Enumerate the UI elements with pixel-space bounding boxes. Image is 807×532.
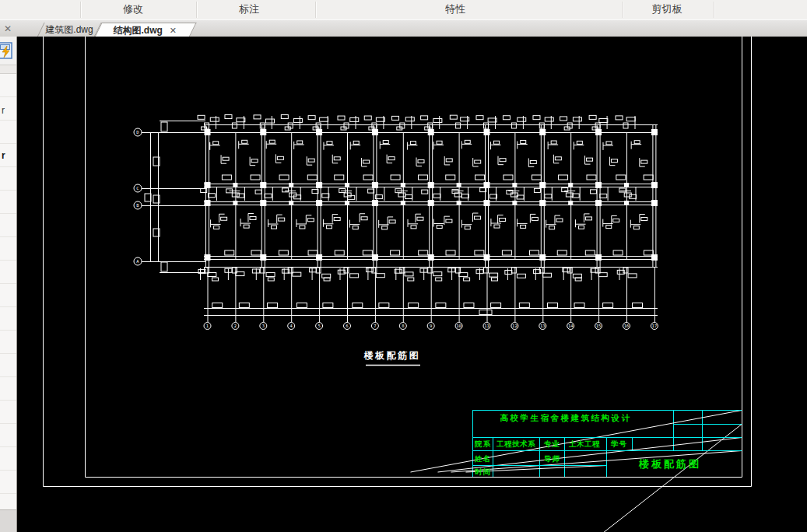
palette-row[interactable] — [0, 214, 16, 237]
document-tab-label: 建筑图.dwg — [45, 23, 93, 37]
svg-text:楼板配筋图: 楼板配筋图 — [363, 350, 421, 361]
palette-row[interactable] — [0, 191, 16, 214]
ribbon-panel-label[interactable]: 特性 — [445, 0, 465, 19]
svg-text:学号: 学号 — [611, 439, 627, 448]
palette-row[interactable] — [0, 471, 16, 494]
ribbon-panel-label[interactable]: 修改 — [123, 0, 143, 19]
left-palette[interactable]: rr — [0, 37, 17, 532]
title-block: 高校学生宿舍楼建筑结构设计院系工程技术系专业土木工程学号姓名导师时间楼板配筋图 — [411, 410, 742, 532]
palette-row[interactable] — [0, 424, 16, 447]
palette-row-text: r — [2, 105, 5, 116]
svg-text:1: 1 — [206, 324, 209, 328]
close-all-icon[interactable]: ✕ — [2, 23, 13, 35]
palette-row[interactable] — [0, 307, 16, 331]
document-tab[interactable]: 结构图.dwg✕ — [94, 23, 196, 37]
svg-text:5: 5 — [318, 324, 320, 328]
svg-text:6: 6 — [346, 324, 348, 328]
palette-row[interactable] — [0, 331, 16, 354]
ribbon-separator — [623, 2, 624, 18]
tab-close-icon[interactable]: ✕ — [169, 26, 177, 36]
svg-text:C: C — [136, 186, 139, 191]
svg-text:12: 12 — [512, 324, 518, 328]
svg-text:4: 4 — [290, 324, 293, 328]
svg-text:土木工程: 土木工程 — [568, 439, 600, 448]
svg-text:10: 10 — [456, 324, 461, 328]
ribbon-panel-label[interactable]: 剪切板 — [652, 0, 682, 19]
svg-text:14: 14 — [568, 324, 574, 328]
svg-text:高校学生宿舍楼建筑结构设计: 高校学生宿舍楼建筑结构设计 — [500, 413, 632, 422]
svg-text:B: B — [136, 203, 139, 208]
palette-row[interactable] — [0, 447, 16, 471]
palette-row[interactable] — [0, 121, 16, 144]
svg-text:7: 7 — [374, 324, 376, 328]
palette-row-text: r — [2, 150, 5, 161]
palette-toolbar — [0, 37, 16, 65]
palette-row[interactable] — [0, 377, 16, 401]
svg-text:3: 3 — [262, 324, 265, 328]
palette-row[interactable] — [0, 354, 16, 377]
palette-row[interactable] — [0, 261, 16, 284]
ribbon-separator — [714, 2, 715, 18]
structural-plan-svg: 高校学生宿舍楼建筑结构设计院系工程技术系专业土木工程学号姓名导师时间楼板配筋图D… — [17, 37, 807, 532]
svg-text:15: 15 — [596, 324, 602, 328]
svg-text:11: 11 — [484, 324, 489, 328]
drawing-canvas[interactable]: 高校学生宿舍楼建筑结构设计院系工程技术系专业土木工程学号姓名导师时间楼板配筋图D… — [17, 37, 807, 532]
palette-footer — [0, 509, 16, 532]
ribbon-separator — [196, 2, 198, 18]
ribbon-panel-label[interactable]: 标注 — [239, 0, 259, 19]
palette-row[interactable] — [0, 401, 16, 424]
svg-text:2: 2 — [234, 324, 237, 328]
palette-header — [0, 65, 16, 74]
ribbon-separator — [315, 2, 317, 18]
svg-text:9: 9 — [430, 324, 432, 328]
svg-text:时间: 时间 — [475, 467, 491, 476]
svg-text:院系: 院系 — [475, 439, 491, 448]
floor-plan — [198, 115, 658, 322]
svg-text:导师: 导师 — [544, 454, 560, 463]
left-dimensions: DCBA — [134, 121, 205, 273]
document-tab[interactable]: 建筑图.dwg — [37, 23, 101, 37]
palette-row[interactable] — [0, 167, 16, 191]
ribbon-separator — [80, 2, 82, 18]
svg-text:楼板配筋图: 楼板配筋图 — [638, 458, 701, 470]
svg-text:D: D — [136, 130, 139, 135]
svg-text:姓名: 姓名 — [474, 454, 491, 463]
drawing-caption: 楼板配筋图 — [363, 350, 421, 366]
svg-text:16: 16 — [624, 324, 630, 328]
svg-text:A: A — [136, 259, 139, 264]
palette-row[interactable] — [0, 237, 16, 261]
document-tabbar: ✕ 建筑图.dwg结构图.dwg✕ — [0, 19, 807, 37]
application-window: 修改标注特性剪切板 ✕ 建筑图.dwg结构图.dwg✕ rr 高校学生宿舍楼建筑… — [0, 0, 807, 532]
svg-text:8: 8 — [402, 324, 404, 328]
palette-row[interactable] — [0, 284, 16, 307]
document-tab-label: 结构图.dwg — [113, 24, 162, 37]
lightning-tool-icon[interactable] — [0, 41, 13, 60]
svg-text:17: 17 — [652, 324, 658, 328]
palette-row[interactable] — [0, 74, 16, 97]
svg-text:专业: 专业 — [543, 439, 560, 448]
svg-text:工程技术系: 工程技术系 — [496, 439, 535, 448]
ribbon-strip: 修改标注特性剪切板 — [0, 0, 807, 20]
svg-text:13: 13 — [540, 324, 546, 328]
